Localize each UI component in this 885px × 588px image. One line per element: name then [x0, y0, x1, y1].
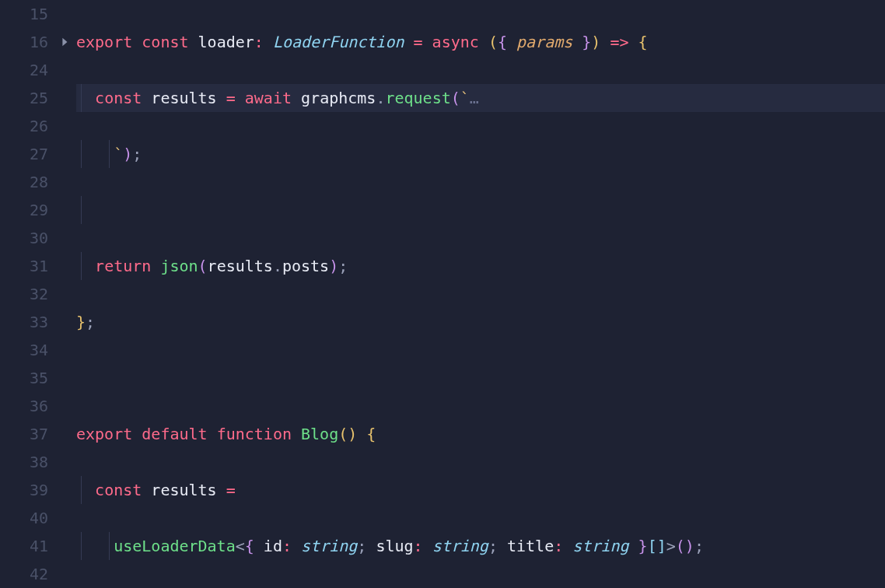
line-number-gutter: 15 16 24 25 26 27 28 29 30 31 32 33 34 3… — [0, 0, 53, 588]
method-call: request — [385, 89, 450, 107]
chevron-right-icon[interactable] — [59, 28, 70, 56]
type-annotation: LoaderFunction — [273, 33, 404, 51]
kw-await: await — [245, 89, 292, 107]
line-number: 29 — [0, 196, 48, 224]
line-number: 38 — [0, 448, 48, 476]
identifier: results — [151, 481, 216, 499]
kw-async: async — [432, 33, 479, 51]
kw-default: default — [142, 425, 207, 443]
kw-const: const — [142, 33, 188, 51]
code-line[interactable]: const results = await graphcms.request(`… — [76, 84, 885, 112]
line-number: 28 — [0, 168, 48, 196]
line-number: 15 — [0, 0, 48, 28]
fold-gutter — [53, 0, 76, 588]
code-line[interactable] — [76, 196, 885, 224]
code-line[interactable]: export const loader: LoaderFunction = as… — [76, 28, 885, 56]
line-number: 35 — [0, 364, 48, 392]
param: params — [516, 33, 572, 51]
code-area[interactable]: export const loader: LoaderFunction = as… — [76, 0, 885, 588]
line-number: 27 — [0, 140, 48, 168]
line-number: 32 — [0, 280, 48, 308]
code-line[interactable]: return json(results.posts); — [76, 252, 885, 280]
line-number: 24 — [0, 56, 48, 84]
fn-call: useLoaderData — [114, 537, 236, 555]
line-number: 34 — [0, 336, 48, 364]
code-line[interactable]: export default function Blog() { — [76, 420, 885, 448]
kw-const: const — [95, 89, 142, 107]
code-line[interactable]: }; — [76, 308, 885, 336]
line-number: 41 — [0, 532, 48, 560]
kw-export: export — [76, 425, 132, 443]
line-number: 31 — [0, 252, 48, 280]
fn-call: json — [160, 257, 198, 275]
identifier: graphcms — [301, 89, 376, 107]
identifier: results — [151, 89, 216, 107]
fold-placeholder-icon[interactable]: … — [470, 89, 479, 107]
identifier: results — [208, 257, 273, 275]
line-number: 16 — [0, 28, 48, 56]
line-number: 42 — [0, 560, 48, 588]
line-number: 39 — [0, 476, 48, 504]
line-number: 37 — [0, 420, 48, 448]
code-editor[interactable]: 15 16 24 25 26 27 28 29 30 31 32 33 34 3… — [0, 0, 885, 588]
line-number: 30 — [0, 224, 48, 252]
kw-return: return — [95, 257, 151, 275]
line-number: 36 — [0, 392, 48, 420]
line-number: 33 — [0, 308, 48, 336]
kw-function: function — [217, 425, 292, 443]
line-number: 25 — [0, 84, 48, 112]
kw-export: export — [76, 33, 132, 51]
line-number: 40 — [0, 504, 48, 532]
identifier: loader — [198, 33, 254, 51]
code-line[interactable]: `); — [76, 140, 885, 168]
code-line[interactable] — [76, 364, 885, 392]
line-number: 26 — [0, 112, 48, 140]
function-name: Blog — [301, 425, 338, 443]
kw-const: const — [95, 481, 142, 499]
property: posts — [282, 257, 329, 275]
code-line[interactable]: useLoaderData<{ id: string; slug: string… — [76, 532, 885, 560]
code-line[interactable]: const results = — [76, 476, 885, 504]
